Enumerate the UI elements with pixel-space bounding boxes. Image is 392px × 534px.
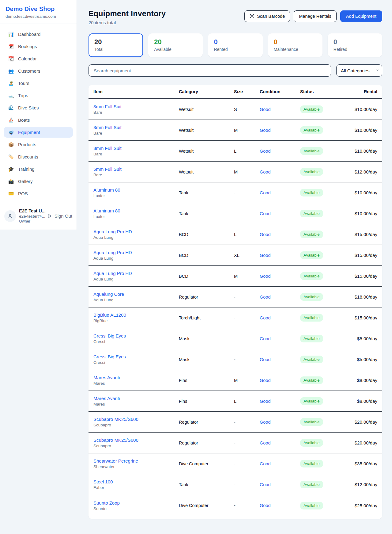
sidebar-item-label: Training: [18, 166, 35, 172]
stat-label: Retired: [334, 47, 376, 52]
item-name-link[interactable]: Shearwater Peregrine: [93, 458, 179, 463]
sign-out-button[interactable]: Sign Out: [47, 213, 72, 219]
item-name-link[interactable]: Suunto Zoop: [93, 500, 179, 505]
item-name-link[interactable]: 3mm Full Suit: [93, 104, 179, 109]
sidebar-item-products[interactable]: 📦 Products: [4, 139, 73, 150]
item-name-link[interactable]: Scubapro MK25/S600: [93, 437, 179, 443]
table-row: 3mm Full Suit Bare Wetsuit S Good Availa…: [89, 99, 382, 120]
sidebar-item-discounts[interactable]: 🏷️ Discounts: [4, 151, 73, 162]
col-rental: Rental: [349, 89, 377, 94]
item-brand: Aqua Lung: [93, 277, 179, 281]
condition-link[interactable]: Good: [260, 420, 270, 425]
item-brand: Luxfer: [93, 193, 179, 198]
sidebar-header: Demo Dive Shop demo.test.divestreams.com: [0, 0, 77, 24]
brand-domain: demo.test.divestreams.com: [6, 14, 71, 19]
category-cell: Fins: [179, 399, 234, 404]
condition-link[interactable]: Good: [260, 274, 270, 279]
item-name-link[interactable]: Aqualung Core: [93, 292, 179, 297]
condition-link[interactable]: Good: [260, 149, 270, 154]
item-name-link[interactable]: Aluminum 80: [93, 208, 179, 213]
manage-rentals-button[interactable]: Manage Rentals: [294, 10, 337, 22]
sidebar-item-training[interactable]: 🎓 Training: [4, 164, 73, 174]
stat-card-total[interactable]: 20 Total: [89, 33, 143, 57]
condition-link[interactable]: Good: [260, 461, 270, 466]
item-name-link[interactable]: 3mm Full Suit: [93, 146, 179, 151]
sidebar-item-equipment[interactable]: 🤿 Equipment: [4, 127, 73, 138]
condition-link[interactable]: Good: [260, 378, 270, 383]
sidebar-item-trips[interactable]: 🛥️ Trips: [4, 90, 73, 101]
condition-link[interactable]: Good: [260, 503, 270, 508]
item-brand: Scubapro: [93, 444, 179, 448]
rental-price: $35.00/day: [349, 461, 377, 466]
condition-link[interactable]: Good: [260, 190, 270, 195]
stat-value: 0: [334, 38, 376, 46]
condition-link[interactable]: Good: [260, 482, 270, 487]
condition-link[interactable]: Good: [260, 315, 270, 320]
condition-link[interactable]: Good: [260, 128, 270, 133]
sidebar-item-gallery[interactable]: 📸 Gallery: [4, 176, 73, 187]
table-row: Aqua Lung Pro HD Aqua Lung BCD M Good Av…: [89, 266, 382, 287]
stat-card-maintenance[interactable]: 0 Maintenance: [268, 33, 322, 57]
item-name-link[interactable]: Aqua Lung Pro HD: [93, 250, 179, 255]
sidebar-item-customers[interactable]: 👥 Customers: [4, 66, 73, 76]
item-name-link[interactable]: 3mm Full Suit: [93, 125, 179, 130]
category-select[interactable]: All Categories: [336, 64, 382, 77]
stat-card-rented[interactable]: 0 Rented: [208, 33, 262, 57]
sidebar-item-tours[interactable]: 🏝️ Tours: [4, 78, 73, 89]
add-equipment-button[interactable]: Add Equipment: [340, 10, 382, 22]
table-row: BigBlue AL1200 BigBlue Torch/Light - Goo…: [89, 307, 382, 328]
table-row: Aqua Lung Pro HD Aqua Lung BCD L Good Av…: [89, 224, 382, 245]
sidebar-item-pos[interactable]: 💳 POS: [4, 188, 73, 199]
rental-price: $10.00/day: [349, 128, 377, 133]
category-cell: BCD: [179, 232, 234, 237]
item-name-link[interactable]: BigBlue AL1200: [93, 312, 179, 318]
rental-price: $15.00/day: [349, 273, 377, 279]
category-cell: Dive Computer: [179, 461, 234, 466]
sidebar-item-bookings[interactable]: 📅 Bookings: [4, 41, 73, 52]
condition-link[interactable]: Good: [260, 336, 270, 341]
stat-card-retired[interactable]: 0 Retired: [328, 33, 382, 57]
item-name-link[interactable]: Aqua Lung Pro HD: [93, 229, 179, 234]
status-badge: Available: [300, 397, 323, 405]
user-email: e2e-tester@...: [19, 214, 44, 219]
item-name-link[interactable]: Aluminum 80: [93, 187, 179, 193]
size-cell: -: [234, 211, 260, 216]
condition-link[interactable]: Good: [260, 441, 270, 445]
item-name-link[interactable]: 5mm Full Suit: [93, 166, 179, 172]
category-cell: Regulator: [179, 295, 234, 299]
item-name-link[interactable]: Mares Avanti: [93, 375, 179, 380]
condition-link[interactable]: Good: [260, 211, 270, 216]
condition-link[interactable]: Good: [260, 253, 270, 258]
item-name-link[interactable]: Cressi Big Eyes: [93, 333, 179, 338]
sidebar-item-boats[interactable]: ⛵ Boats: [4, 115, 73, 125]
condition-link[interactable]: Good: [260, 357, 270, 362]
grad-cap-icon: 🎓: [8, 167, 14, 171]
category-cell: Regulator: [179, 441, 234, 445]
sidebar-item-label: Discounts: [18, 154, 38, 159]
status-badge: Available: [300, 293, 323, 301]
wave-icon: 🌊: [8, 105, 14, 110]
item-name-link[interactable]: Aqua Lung Pro HD: [93, 271, 179, 276]
scan-barcode-button[interactable]: Scan Barcode: [244, 10, 290, 22]
item-name-link[interactable]: Mares Avanti: [93, 396, 179, 401]
condition-link[interactable]: Good: [260, 107, 270, 112]
category-cell: Tank: [179, 482, 234, 487]
item-name-link[interactable]: Steel 100: [93, 479, 179, 484]
sidebar-item-calendar[interactable]: 📆 Calendar: [4, 53, 73, 64]
stat-card-available[interactable]: 20 Available: [148, 33, 203, 57]
condition-link[interactable]: Good: [260, 232, 270, 237]
condition-link[interactable]: Good: [260, 399, 270, 404]
status-badge: Available: [300, 335, 323, 342]
rental-price: $5.00/day: [349, 357, 377, 362]
item-name-link[interactable]: Cressi Big Eyes: [93, 354, 179, 359]
sidebar-item-dashboard[interactable]: 📊 Dashboard: [4, 29, 73, 40]
condition-link[interactable]: Good: [260, 170, 270, 174]
table-row: Steel 100 Faber Tank - Good Available $1…: [89, 474, 382, 495]
page-header: Equipment Inventory 20 items total Scan …: [89, 9, 382, 25]
size-cell: M: [234, 128, 260, 133]
condition-link[interactable]: Good: [260, 295, 270, 299]
item-name-link[interactable]: Scubapro MK25/S600: [93, 417, 179, 422]
sidebar-item-dive-sites[interactable]: 🌊 Dive Sites: [4, 102, 73, 113]
search-input[interactable]: [89, 64, 331, 77]
stat-label: Total: [94, 47, 137, 52]
